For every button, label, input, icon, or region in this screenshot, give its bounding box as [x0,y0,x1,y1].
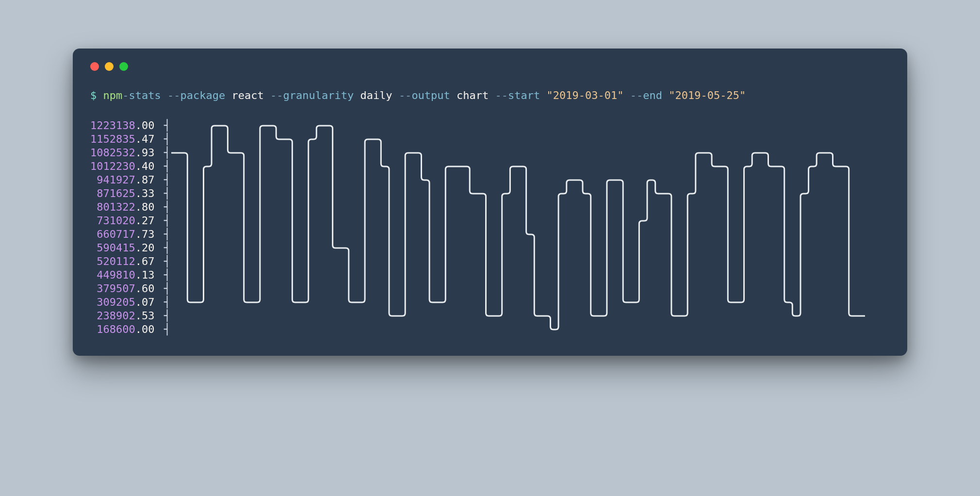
y-axis-tick: 379507.60 ┤ [90,282,170,296]
flag-value: chart [457,89,489,101]
y-tick-int: 871625 [90,187,135,200]
y-tick-frac: .13 [135,268,155,282]
plot-container [170,117,890,336]
y-tick-mark: ┤ [157,282,170,296]
flag-value: "2019-03-01" [547,89,624,101]
minimize-icon[interactable] [105,62,114,71]
y-tick-int: 660717 [90,228,135,241]
y-axis-tick: 1012230.40 ┤ [90,160,170,173]
y-axis-tick: 449810.13 ┤ [90,268,170,282]
flag: granularity [283,89,354,101]
chart-line [171,126,865,330]
y-axis-tick: 238902.53 ┤ [90,309,170,323]
y-axis-tick: 1082532.93 ┤ [90,146,170,160]
y-tick-mark: ┤ [157,255,170,268]
y-tick-int: 731020 [90,214,135,228]
y-tick-int: 379507 [90,282,135,296]
y-tick-mark: ┤ [157,146,170,160]
y-tick-int: 168600 [90,323,135,336]
y-tick-mark: ┤ [157,268,170,282]
y-axis-tick: 520112.67 ┤ [90,255,170,268]
y-tick-mark: ┤ [157,132,170,146]
y-tick-frac: .27 [135,214,155,228]
y-tick-mark: ┤ [157,214,170,228]
y-axis-tick: 1152835.47 ┤ [90,132,170,146]
y-tick-int: 449810 [90,268,135,282]
y-axis-tick: 660717.73 ┤ [90,228,170,241]
y-tick-frac: .93 [135,146,155,160]
y-tick-mark: ┤ [157,228,170,241]
y-tick-frac: .00 [135,323,155,336]
y-tick-mark: ┤ [157,160,170,173]
y-tick-mark: ┤ [157,119,170,132]
y-tick-int: 238902 [90,309,135,323]
y-tick-int: 941927 [90,173,135,187]
step-chart [171,119,865,336]
y-axis: 1223138.00 ┤1152835.47 ┤1082532.93 ┤1012… [90,117,170,336]
y-tick-frac: .07 [135,296,155,309]
y-axis-tick: 731020.27 ┤ [90,214,170,228]
y-axis-tick: 168600.00 ┤ [90,323,170,336]
command-line: $ npm-stats --package react --granularit… [90,88,890,103]
y-tick-frac: .67 [135,255,155,268]
y-tick-frac: .33 [135,187,155,200]
y-tick-mark: ┤ [157,309,170,323]
y-tick-frac: .53 [135,309,155,323]
flag-value: "2019-05-25" [669,89,746,101]
close-icon[interactable] [90,62,99,71]
y-tick-int: 1012230 [90,160,135,173]
flag-value: react [231,89,263,101]
flag: end [643,89,662,101]
y-axis-tick: 590415.20 ┤ [90,241,170,255]
y-tick-int: 309205 [90,296,135,309]
y-tick-mark: ┤ [157,296,170,309]
y-tick-mark: ┤ [157,323,170,336]
y-tick-frac: .20 [135,241,155,255]
y-axis-tick: 1223138.00 ┤ [90,119,170,132]
flag-value: daily [360,89,392,101]
y-tick-int: 520112 [90,255,135,268]
y-axis-tick: 801322.80 ┤ [90,200,170,214]
prompt: $ [90,89,103,101]
y-tick-frac: .60 [135,282,155,296]
y-tick-int: 1152835 [90,132,135,146]
y-axis-tick: 309205.07 ┤ [90,296,170,309]
y-tick-frac: .47 [135,132,155,146]
y-tick-frac: .40 [135,160,155,173]
y-axis-tick: 871625.33 ┤ [90,187,170,200]
y-tick-mark: ┤ [157,173,170,187]
y-tick-mark: ┤ [157,187,170,200]
y-tick-int: 801322 [90,200,135,214]
y-tick-frac: .87 [135,173,155,187]
command-name: npm [103,89,123,101]
maximize-icon[interactable] [119,62,128,71]
y-tick-int: 1223138 [90,119,135,132]
chart-area: 1223138.00 ┤1152835.47 ┤1082532.93 ┤1012… [90,117,890,336]
y-axis-tick: 941927.87 ┤ [90,173,170,187]
flag: package [180,89,225,101]
flag: start [508,89,540,101]
y-tick-frac: .00 [135,119,155,132]
y-tick-int: 590415 [90,241,135,255]
y-tick-frac: .80 [135,200,155,214]
flag: output [411,89,450,101]
y-tick-mark: ┤ [157,200,170,214]
y-tick-int: 1082532 [90,146,135,160]
y-tick-mark: ┤ [157,241,170,255]
y-tick-frac: .73 [135,228,155,241]
window-titlebar [90,62,890,71]
terminal-window: $ npm-stats --package react --granularit… [73,49,907,356]
